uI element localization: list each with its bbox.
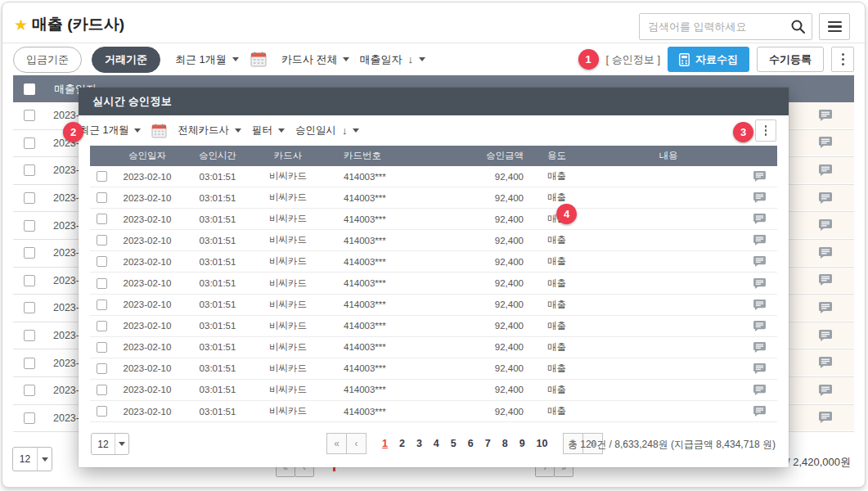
more-options-button[interactable]: [831, 47, 854, 72]
approval-amount-cell: 92,400: [461, 172, 543, 182]
deposit-basis-button[interactable]: 입금기준: [13, 47, 82, 73]
modal-page-number[interactable]: 6: [468, 433, 474, 454]
modal-card-company-dropdown[interactable]: 전체카드사: [178, 124, 241, 137]
memo-icon[interactable]: [819, 110, 832, 121]
modal-page-number[interactable]: 10: [537, 433, 548, 454]
memo-icon[interactable]: [753, 385, 766, 395]
row-checkbox[interactable]: [97, 171, 107, 182]
modal-total-text: 총 120건 / 8,633,248원 (지급금액 8,434,718 원): [568, 438, 776, 452]
modal-page-number[interactable]: 1: [382, 433, 388, 454]
transaction-basis-button[interactable]: 거래기준: [92, 47, 160, 73]
row-checkbox[interactable]: [97, 406, 107, 417]
modal-filter-dropdown[interactable]: 필터: [252, 124, 285, 137]
pagination-prev-button[interactable]: ‹: [346, 433, 367, 454]
row-checkbox[interactable]: [97, 256, 107, 267]
row-checkbox[interactable]: [24, 330, 35, 341]
pagination-first-button[interactable]: «: [326, 433, 347, 454]
card-company-dropdown[interactable]: 카드사 전체: [281, 52, 350, 67]
memo-icon[interactable]: [819, 192, 832, 204]
modal-page-number[interactable]: 2: [399, 433, 405, 454]
row-checkbox[interactable]: [24, 385, 35, 396]
card-number-cell: 414003***: [322, 321, 461, 331]
memo-icon[interactable]: [753, 278, 766, 289]
calendar-icon[interactable]: [250, 52, 267, 67]
approval-time-cell: 03:01:51: [182, 257, 254, 267]
sale-date-cell: 2023-: [53, 412, 79, 424]
period-dropdown[interactable]: 최근 1개월: [175, 52, 239, 67]
memo-icon[interactable]: [753, 171, 766, 182]
row-checkbox[interactable]: [24, 110, 35, 121]
memo-icon[interactable]: [753, 342, 766, 353]
memo-icon[interactable]: [819, 385, 832, 396]
sort-dropdown[interactable]: 매출일자 ↓: [359, 52, 425, 67]
memo-icon[interactable]: [819, 137, 832, 148]
modal-page-size-select[interactable]: 12: [91, 433, 129, 455]
card-company-cell: 비씨카드: [254, 405, 322, 417]
memo-cell: [741, 171, 777, 182]
modal-page-number[interactable]: 3: [416, 433, 422, 454]
modal-toolbar: 최근 1개월 전체카드사 필터 승인일시 ↓: [79, 115, 789, 146]
approval-date-cell: 2023-02-10: [113, 278, 182, 288]
modal-page-number[interactable]: 4: [434, 433, 439, 454]
page-size-select[interactable]: 12: [12, 447, 52, 471]
approval-info-label: [ 승인정보 ]: [606, 52, 660, 67]
row-checkbox[interactable]: [97, 300, 107, 310]
row-checkbox[interactable]: [97, 363, 107, 374]
row-checkbox[interactable]: [24, 164, 35, 176]
memo-icon[interactable]: [819, 330, 832, 341]
memo-icon[interactable]: [819, 247, 832, 259]
memo-icon[interactable]: [819, 302, 832, 313]
modal-page-number[interactable]: 7: [485, 433, 491, 454]
row-checkbox[interactable]: [97, 278, 107, 289]
memo-icon[interactable]: [753, 406, 766, 417]
collect-data-button[interactable]: 자료수집: [668, 47, 749, 72]
memo-icon[interactable]: [819, 164, 832, 176]
memo-icon[interactable]: [753, 192, 766, 203]
hamburger-menu-button[interactable]: [819, 13, 850, 40]
memo-icon[interactable]: [753, 235, 766, 246]
manual-entry-button[interactable]: 수기등록: [757, 47, 824, 72]
row-checkbox[interactable]: [97, 321, 107, 331]
row-checkbox[interactable]: [97, 235, 107, 246]
modal-page-number[interactable]: 9: [519, 433, 525, 454]
memo-icon[interactable]: [753, 256, 766, 267]
modal-period-dropdown[interactable]: 최근 1개월: [79, 124, 141, 137]
memo-icon[interactable]: [753, 300, 766, 310]
row-checkbox[interactable]: [24, 220, 35, 232]
select-all-checkbox[interactable]: [24, 83, 35, 95]
modal-more-options-button[interactable]: [755, 119, 776, 142]
row-checkbox[interactable]: [24, 192, 35, 204]
row-checkbox[interactable]: [24, 358, 35, 369]
modal-page-number[interactable]: 5: [451, 433, 456, 454]
approval-table-row: 2023-02-10 03:01:51 비씨카드 414003*** 92,40…: [90, 166, 777, 187]
memo-icon[interactable]: [753, 214, 766, 224]
approval-date-cell: 2023-02-10: [113, 321, 182, 331]
modal-page-number[interactable]: 8: [502, 433, 508, 454]
card-company-cell: 비씨카드: [254, 213, 322, 225]
search-icon[interactable]: [790, 19, 806, 34]
approval-amount-cell: 92,400: [461, 385, 543, 394]
memo-icon[interactable]: [753, 321, 766, 331]
row-checkbox[interactable]: [24, 247, 35, 259]
row-checkbox[interactable]: [97, 342, 107, 353]
memo-icon[interactable]: [819, 357, 832, 368]
row-checkbox[interactable]: [97, 214, 107, 224]
card-number-cell: 414003***: [322, 278, 461, 288]
memo-cell: [741, 278, 777, 289]
memo-icon[interactable]: [819, 219, 832, 231]
search-input[interactable]: [640, 14, 812, 39]
memo-icon[interactable]: [819, 412, 832, 423]
row-checkbox[interactable]: [24, 275, 35, 286]
memo-icon[interactable]: [753, 363, 766, 374]
calendar-icon[interactable]: [151, 124, 167, 138]
row-checkbox[interactable]: [24, 302, 35, 313]
purpose-cell: 매출: [543, 255, 596, 268]
modal-sort-dropdown[interactable]: 승인일시 ↓: [295, 124, 360, 137]
row-checkbox[interactable]: [24, 137, 35, 149]
row-checkbox[interactable]: [97, 385, 107, 395]
row-checkbox[interactable]: [97, 192, 107, 203]
approval-time-cell: 03:01:51: [182, 385, 254, 394]
memo-icon[interactable]: [819, 274, 832, 286]
row-checkbox[interactable]: [24, 412, 35, 424]
favorite-star-icon[interactable]: ★: [14, 17, 28, 33]
